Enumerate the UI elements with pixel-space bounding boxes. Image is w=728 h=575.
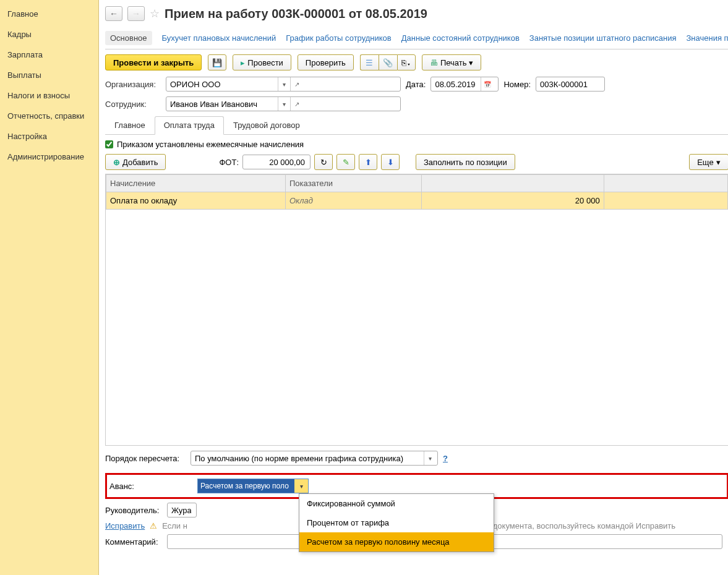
subtab-main[interactable]: Главное — [105, 116, 155, 134]
plus-icon: ⊕ — [113, 158, 120, 167]
col-value[interactable] — [422, 175, 604, 192]
manager-field[interactable] — [167, 503, 197, 518]
nav-back-button[interactable]: ← — [105, 6, 122, 21]
employee-label: Сотрудник: — [105, 100, 161, 109]
number-label: Номер: — [503, 80, 531, 89]
advance-input[interactable] — [198, 479, 294, 493]
monthly-accruals-checkbox[interactable] — [105, 140, 113, 148]
advance-option-fixed[interactable]: Фиксированной суммой — [299, 494, 494, 513]
save-icon-button[interactable]: 💾 — [208, 54, 226, 70]
number-field[interactable] — [536, 77, 605, 92]
post-icon: ▸ — [241, 58, 245, 67]
save-icon: 💾 — [212, 58, 222, 67]
org-dropdown-icon[interactable]: ▾ — [278, 77, 290, 91]
subtab-payment[interactable]: Оплата труда — [155, 116, 224, 135]
sidebar-item-taxes[interactable]: Налоги и взносы — [0, 85, 98, 106]
cell-extra[interactable] — [604, 192, 727, 210]
advance-highlight-box: Аванс: ▾ Фиксированной суммой Процентом … — [105, 473, 728, 499]
structure-icon: ⎘▾ — [401, 58, 411, 67]
col-indicators[interactable]: Показатели — [286, 175, 422, 192]
advance-dropdown-icon[interactable]: ▾ — [294, 479, 308, 493]
employee-input[interactable] — [166, 97, 278, 111]
structure-icon-button[interactable]: ⎘▾ — [397, 54, 416, 70]
monthly-accruals-label: Приказом установлены ежемесячные начисле… — [117, 140, 304, 149]
employee-open-icon[interactable]: ↗ — [290, 97, 302, 111]
check-button[interactable]: Проверить — [298, 54, 354, 70]
manager-label: Руководитель: — [105, 506, 162, 515]
advance-option-percent[interactable]: Процентом от тарифа — [299, 513, 494, 532]
subtab-contract[interactable]: Трудовой договор — [224, 116, 309, 134]
main-content: ← → ☆ Прием на работу 003К-000001 от 08.… — [99, 0, 728, 575]
org-field[interactable]: ▾ ↗ — [166, 77, 401, 92]
table-row[interactable]: Оплата по окладу Оклад 20 000 — [106, 192, 728, 210]
sidebar-item-hr[interactable]: Кадры — [0, 24, 98, 45]
arrow-down-icon: ⬇ — [387, 158, 394, 167]
advance-option-calc[interactable]: Расчетом за первую половину месяца — [299, 532, 494, 552]
tab-positions[interactable]: Занятые позиции штатного расписания — [529, 33, 677, 43]
tab-values[interactable]: Значения п — [686, 33, 728, 43]
tab-accounting[interactable]: Бухучет плановых начислений — [162, 33, 276, 43]
nav-forward-button[interactable]: → — [127, 6, 145, 21]
arrow-up-icon: ⬆ — [365, 158, 372, 167]
fot-field[interactable] — [242, 155, 310, 169]
printer-icon: 🖶 — [430, 58, 438, 67]
pencil-icon: ✎ — [343, 158, 349, 167]
post-button[interactable]: ▸Провести — [233, 54, 291, 70]
org-label: Организация: — [105, 80, 161, 89]
post-and-close-button[interactable]: Провести и закрыть — [105, 54, 202, 70]
help-icon[interactable]: ? — [443, 454, 448, 463]
move-up-button[interactable]: ⬆ — [359, 154, 377, 170]
employee-dropdown-icon[interactable]: ▾ — [278, 97, 290, 111]
col-extra[interactable] — [604, 175, 727, 192]
date-field[interactable]: 📅 — [430, 77, 499, 92]
paperclip-icon: 📎 — [383, 58, 393, 67]
add-row-button[interactable]: ⊕ Добавить — [105, 154, 166, 170]
cell-indicator[interactable]: Оклад — [286, 192, 422, 210]
recalc-dropdown-icon[interactable]: ▾ — [424, 451, 436, 465]
list-icon: ☰ — [366, 58, 373, 67]
date-input[interactable] — [431, 77, 481, 91]
advance-select[interactable]: ▾ — [197, 479, 309, 493]
cell-value[interactable]: 20 000 — [422, 192, 604, 210]
comment-label: Комментарий: — [105, 537, 162, 547]
list-icon-button[interactable]: ☰ — [360, 54, 379, 70]
recalc-input[interactable] — [191, 451, 424, 465]
tab-states[interactable]: Данные состояний сотрудников — [401, 33, 520, 43]
calendar-icon[interactable]: 📅 — [481, 77, 493, 91]
sidebar: Главное Кадры Зарплата Выплаты Налоги и … — [0, 0, 99, 575]
sidebar-item-settings[interactable]: Настройка — [0, 126, 98, 147]
subtabs: Главное Оплата труда Трудовой договор — [105, 116, 728, 135]
favorite-star-icon[interactable]: ☆ — [150, 7, 160, 20]
warning-icon: ⚠ — [150, 521, 157, 530]
sidebar-item-main[interactable]: Главное — [0, 4, 98, 24]
number-input[interactable] — [536, 77, 603, 91]
sidebar-item-payments[interactable]: Выплаты — [0, 65, 98, 85]
refresh-button[interactable]: ↻ — [314, 154, 333, 170]
fix-link[interactable]: Исправить — [105, 521, 145, 530]
recalc-label: Порядок пересчета: — [105, 454, 186, 463]
attach-icon-button[interactable]: 📎 — [379, 54, 397, 70]
page-title: Прием на работу 003К-000001 от 08.05.201… — [165, 7, 427, 21]
advance-dropdown-list: Фиксированной суммой Процентом от тарифа… — [299, 493, 494, 552]
employee-field[interactable]: ▾ ↗ — [166, 96, 401, 111]
cell-accrual[interactable]: Оплата по окладу — [106, 192, 286, 210]
org-open-icon[interactable]: ↗ — [290, 77, 302, 91]
sidebar-item-reports[interactable]: Отчетность, справки — [0, 106, 98, 126]
fot-label: ФОТ: — [219, 158, 239, 167]
move-down-button[interactable]: ⬇ — [381, 154, 400, 170]
recalc-field[interactable]: ▾ — [191, 451, 438, 466]
org-input[interactable] — [166, 77, 278, 91]
refresh-icon: ↻ — [320, 158, 327, 167]
tab-schedule[interactable]: График работы сотрудников — [286, 33, 391, 43]
col-accrual[interactable]: Начисление — [106, 175, 286, 192]
manager-input[interactable] — [168, 503, 195, 517]
more-button[interactable]: Еще ▾ — [689, 154, 728, 170]
fot-input[interactable] — [243, 155, 309, 169]
sidebar-item-admin[interactable]: Администрирование — [0, 147, 98, 167]
fill-by-position-button[interactable]: Заполнить по позиции — [416, 154, 515, 170]
tab-main[interactable]: Основное — [105, 31, 152, 45]
edit-button[interactable]: ✎ — [336, 154, 355, 170]
print-button[interactable]: 🖶 Печать ▾ — [422, 54, 482, 70]
accruals-table: Начисление Показатели Оплата по окладу О… — [105, 174, 728, 446]
sidebar-item-salary[interactable]: Зарплата — [0, 45, 98, 65]
